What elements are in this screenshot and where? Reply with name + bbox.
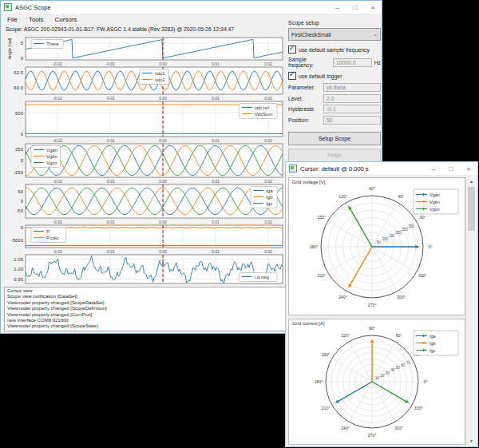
svg-text:0: 0 [21, 158, 24, 163]
preset-value: FirstCheckSmall [291, 32, 331, 38]
svg-text:150°: 150° [322, 352, 330, 357]
svg-text:0°: 0° [429, 244, 433, 249]
svg-text:210°: 210° [322, 406, 330, 410]
title-bar[interactable]: ASGC Scope – □ × [1, 1, 382, 14]
preset-dropdown[interactable]: FirstCheckSmall ⌄ [288, 28, 381, 41]
svg-text:150°: 150° [318, 215, 326, 220]
scrollbar-thumb[interactable] [468, 187, 475, 231]
svg-text:-5000: -5000 [11, 238, 24, 243]
svg-text:240°: 240° [338, 295, 346, 299]
scope-plots: 50-0.02-0.010.000.010.02ThetaAngle [rad]… [6, 36, 283, 285]
minimize-icon[interactable]: – [329, 1, 346, 14]
svg-text:0.02: 0.02 [264, 61, 272, 66]
svg-text:210°: 210° [318, 273, 326, 278]
svg-text:0.95: 0.95 [14, 277, 23, 282]
trigger-field-row: Hysteresis:-0.1 [288, 105, 381, 113]
default-trigger-checkbox[interactable]: use default trigger [288, 72, 381, 80]
svg-text:Vgcn: Vgcn [46, 161, 57, 165]
svg-text:0.02: 0.02 [264, 96, 272, 101]
svg-text:0.00: 0.00 [159, 179, 167, 184]
svg-text:62.5: 62.5 [14, 70, 23, 75]
cursor-window: Cursor: default @ 0.000 s – □ × Grid vol… [285, 161, 478, 447]
level-input[interactable]: 2.0 [323, 94, 381, 103]
vertical-scrollbar[interactable]: ▲ ▼ [465, 176, 477, 446]
maximize-icon[interactable]: □ [346, 1, 364, 14]
scroll-up-icon[interactable]: ▲ [466, 176, 477, 186]
svg-text:70: 70 [406, 361, 411, 365]
svg-text:Iga: Iga [430, 334, 437, 339]
svg-text:Iga: Iga [266, 188, 273, 193]
scope-setup-title: Scope setup [288, 20, 381, 26]
parameter-input[interactable]: pll.theta [323, 83, 381, 92]
svg-text:0.01: 0.01 [212, 96, 220, 101]
menu-item-cursors[interactable]: Cursors [55, 16, 77, 23]
svg-text:500: 500 [15, 111, 24, 116]
svg-text:vdc.ref: vdc.ref [255, 105, 269, 110]
checkbox-label: use default trigger [299, 73, 342, 79]
svg-text:0: 0 [21, 56, 24, 61]
trigger-field-row: Position:50 [288, 116, 381, 125]
position-input[interactable]: 50 [323, 116, 381, 125]
svg-text:0.00: 0.00 [159, 61, 167, 66]
svg-text:250: 250 [402, 228, 408, 232]
hysteresis-input[interactable]: -0.1 [323, 105, 381, 113]
svg-text:270°: 270° [368, 433, 376, 438]
svg-text:Igc: Igc [430, 348, 436, 353]
svg-text:P: P [46, 229, 49, 234]
sample-frequency-label: Sample frequency: [288, 57, 333, 68]
svg-text:vdc2: vdc2 [155, 77, 165, 82]
title-bar[interactable]: Cursor: default @ 0.000 s – □ × [286, 162, 477, 175]
svg-text:0.01: 0.01 [212, 179, 220, 184]
sample-frequency-row: Sample frequency: 10000.0 Hz [288, 57, 381, 68]
svg-text:-0.02: -0.02 [53, 96, 62, 101]
close-icon[interactable]: × [364, 1, 382, 14]
svg-text:50: 50 [377, 240, 382, 244]
svg-text:60°: 60° [396, 333, 402, 338]
svg-text:-0.01: -0.01 [105, 138, 115, 143]
svg-text:300: 300 [409, 224, 415, 228]
svg-text:-0.02: -0.02 [53, 61, 62, 66]
svg-text:-0.02: -0.02 [53, 138, 62, 143]
grid-current-polar-chart: 0°30°60°90°120°150°180°210°240°270°300°3… [289, 326, 463, 439]
svg-text:-0.01: -0.01 [105, 285, 115, 286]
svg-text:Igb: Igb [266, 195, 273, 200]
svg-text:-250: -250 [14, 170, 24, 175]
checkbox-label: use default sample frequency [299, 47, 370, 53]
svg-text:i.d.neg: i.d.neg [255, 275, 269, 280]
svg-text:180°: 180° [315, 379, 323, 384]
svg-text:-0.01: -0.01 [105, 220, 115, 224]
svg-text:0.00: 0.00 [159, 249, 167, 254]
svg-text:P.calc: P.calc [46, 236, 59, 240]
chevron-down-icon: ⌄ [373, 31, 378, 38]
svg-text:0.02: 0.02 [264, 285, 272, 286]
desktop: { "main_window": { "title": "ASGC Scope"… [0, 0, 479, 448]
svg-text:Vgbn: Vgbn [430, 200, 440, 204]
hz-unit-label: Hz [374, 60, 381, 65]
svg-text:50: 50 [18, 189, 23, 194]
svg-text:270°: 270° [368, 303, 376, 307]
window-title: ASGC Scope [15, 4, 51, 11]
maximize-icon[interactable]: □ [442, 162, 460, 175]
field-label: Position: [288, 117, 323, 123]
svg-text:-0.01: -0.01 [105, 61, 115, 66]
svg-text:0.00: 0.00 [159, 285, 167, 286]
window-controls: – □ × [329, 1, 382, 14]
close-icon[interactable]: × [460, 162, 477, 175]
menu-item-tools[interactable]: Tools [29, 16, 44, 23]
svg-text:5: 5 [21, 41, 24, 46]
menu-item-file[interactable]: File [7, 16, 18, 23]
setup-scope-button[interactable]: Setup Scope [288, 132, 381, 145]
fetch-button[interactable]: Fetch [288, 149, 381, 162]
svg-text:Vgan: Vgan [46, 148, 57, 153]
checkbox-checked-icon [288, 72, 296, 80]
svg-text:-0.01: -0.01 [105, 179, 115, 184]
minimize-icon[interactable]: – [425, 162, 442, 175]
sample-frequency-input[interactable]: 10000.0 [333, 58, 372, 67]
svg-text:0.01: 0.01 [212, 285, 220, 286]
svg-text:0.01: 0.01 [212, 61, 220, 66]
scroll-down-icon[interactable]: ▼ [466, 435, 477, 446]
svg-text:0.02: 0.02 [264, 220, 272, 224]
default-sample-frequency-checkbox[interactable]: use default sample frequency [288, 46, 381, 54]
svg-text:Vgbn: Vgbn [46, 154, 57, 159]
grid-current-group: Grid current [A] 0°30°60°90°120°150°180°… [288, 319, 465, 445]
